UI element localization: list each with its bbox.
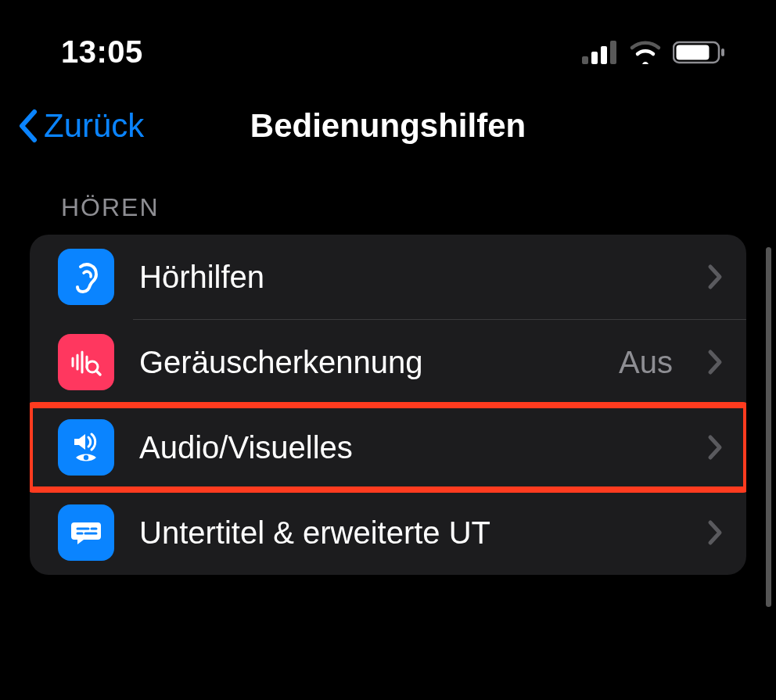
row-label: Untertitel & erweiterte UT xyxy=(139,515,682,551)
settings-list: Hörhilfen Geräuscherkennung Aus xyxy=(30,235,746,575)
chevron-right-icon xyxy=(707,434,724,461)
svg-rect-1 xyxy=(591,52,598,64)
row-sound-recognition[interactable]: Geräuscherkennung Aus xyxy=(30,320,746,404)
section-header-hoeren: HÖREN xyxy=(61,193,776,222)
settings-screen: 13:05 xyxy=(0,0,776,700)
row-label: Geräuscherkennung xyxy=(139,345,594,380)
status-bar: 13:05 xyxy=(0,0,776,93)
svg-rect-5 xyxy=(677,45,710,59)
chevron-right-icon xyxy=(707,264,724,290)
status-icons xyxy=(582,41,726,64)
svg-rect-2 xyxy=(601,46,607,64)
sound-wave-search-icon xyxy=(58,334,114,390)
battery-icon xyxy=(673,41,726,64)
ear-icon xyxy=(58,249,114,305)
status-time: 13:05 xyxy=(61,34,143,70)
row-hearing-aids[interactable]: Hörhilfen xyxy=(30,235,746,319)
nav-bar: Zurück Bedienungshilfen xyxy=(0,93,776,159)
svg-line-12 xyxy=(96,371,100,375)
svg-point-13 xyxy=(84,455,88,460)
row-subtitles[interactable]: Untertitel & erweiterte UT xyxy=(30,490,746,575)
row-value: Aus xyxy=(619,345,673,380)
row-label: Hörhilfen xyxy=(139,260,682,295)
wifi-icon xyxy=(629,41,662,64)
chevron-right-icon xyxy=(707,519,724,546)
cellular-signal-icon xyxy=(582,41,618,64)
page-title: Bedienungshilfen xyxy=(0,107,776,145)
subtitles-icon xyxy=(58,504,114,561)
row-label: Audio/Visuelles xyxy=(139,430,682,465)
svg-rect-3 xyxy=(610,41,616,64)
svg-rect-0 xyxy=(582,56,588,64)
svg-rect-6 xyxy=(721,48,724,56)
row-audio-visual[interactable]: Audio/Visuelles xyxy=(30,405,746,490)
chevron-right-icon xyxy=(707,349,724,375)
scroll-indicator xyxy=(766,247,771,607)
speaker-eye-icon xyxy=(58,419,114,476)
